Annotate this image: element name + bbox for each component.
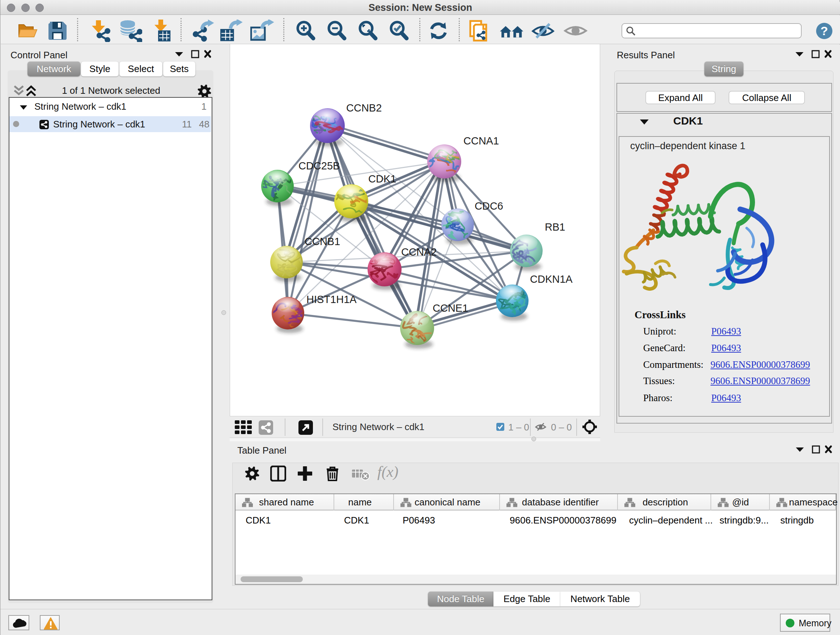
svg-text:CDC25B: CDC25B (298, 160, 340, 172)
svg-text:CCNE1: CCNE1 (433, 302, 468, 314)
svg-text:CCNB1: CCNB1 (305, 236, 340, 247)
svg-text:CCNA1: CCNA1 (463, 135, 499, 147)
svg-text:CCNA2: CCNA2 (401, 246, 437, 258)
svg-text:RB1: RB1 (545, 221, 565, 233)
svg-text:CDK1: CDK1 (368, 173, 396, 185)
svg-text:CDKN1A: CDKN1A (530, 273, 573, 285)
svg-text:HIST1H1A: HIST1H1A (306, 294, 357, 305)
svg-text:CDC6: CDC6 (475, 200, 503, 212)
svg-text:CCNB2: CCNB2 (346, 102, 382, 114)
